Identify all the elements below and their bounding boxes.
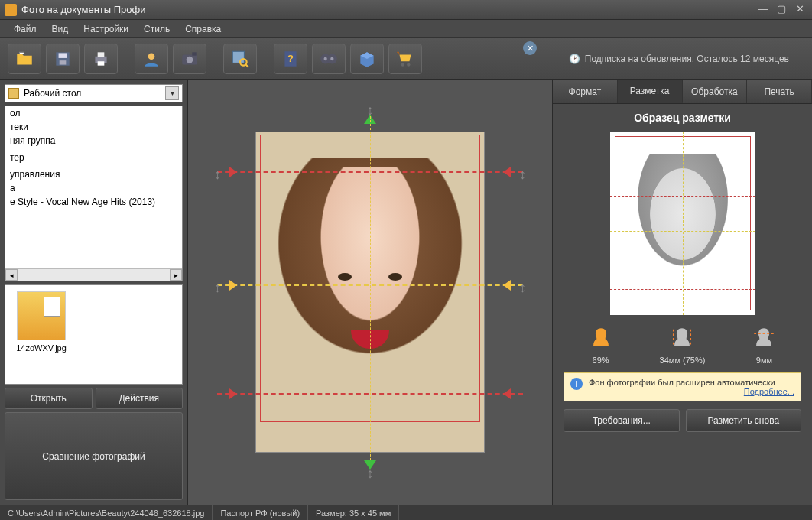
maximize-button[interactable]: ▢ — [774, 4, 789, 16]
info-text: Фон фотографии был расширен автоматическ… — [589, 378, 775, 387]
sample-preview — [610, 132, 755, 315]
svg-line-12 — [246, 64, 248, 67]
svg-rect-9 — [192, 52, 196, 55]
guide-handle-icon[interactable] — [229, 167, 237, 177]
list-item[interactable]: e Style - Vocal New Age Hits (2013) — [5, 195, 182, 209]
tab-processing[interactable]: Обработка — [683, 80, 748, 103]
sample-title: Образец разметки — [564, 112, 801, 124]
scroll-right-icon[interactable]: ▸ — [170, 269, 182, 281]
open-folder-button[interactable] — [8, 44, 41, 74]
photo-frame[interactable]: ↕ ↕ ↕ ↕ ↕ ↕ — [240, 116, 500, 468]
title-bar: Фото на документы Профи — ▢ ✕ — [0, 0, 812, 20]
tab-markup[interactable]: Разметка — [618, 80, 683, 103]
thumbnail-name: 14zoWXV.jpg — [11, 343, 71, 353]
vertical-guide[interactable] — [370, 116, 371, 468]
menu-file[interactable]: Файл — [6, 21, 44, 37]
thumbnail[interactable]: 14zoWXV.jpg — [11, 291, 71, 353]
camera-button[interactable] — [173, 44, 206, 74]
thumbnail-area: 14zoWXV.jpg — [5, 284, 183, 385]
left-panel: Рабочий стол ▾ ол теки няя группа тер уп… — [0, 80, 188, 505]
app-icon — [5, 4, 17, 16]
tab-format[interactable]: Формат — [553, 80, 618, 103]
list-item[interactable]: тер — [5, 151, 182, 164]
scroll-left-icon[interactable]: ◂ — [5, 269, 18, 281]
box-button[interactable] — [350, 44, 384, 74]
remark-button[interactable]: Разметить снова — [686, 409, 802, 432]
metric-head-ratio: 69% — [586, 323, 616, 365]
svg-point-6 — [148, 53, 155, 60]
menu-bar: Файл Вид Настройки Стиль Справка — [0, 20, 812, 38]
requirements-button[interactable]: Требования... — [564, 409, 680, 432]
resize-vertical-icon[interactable]: ↕ — [519, 167, 526, 183]
head-width-icon — [749, 323, 779, 353]
minimize-button[interactable]: — — [755, 4, 771, 16]
thumbnail-image — [17, 291, 66, 340]
svg-text:?: ? — [287, 53, 294, 64]
list-item[interactable]: управления — [5, 167, 182, 181]
image-search-button[interactable] — [223, 44, 257, 74]
close-button[interactable]: ✕ — [792, 4, 807, 16]
head-height-icon — [667, 323, 697, 353]
guide-handle-icon[interactable] — [229, 280, 237, 291]
status-path: C:\Users\Admin\Pictures\Beauty\244046_63… — [0, 505, 213, 520]
folder-icon — [8, 88, 19, 99]
center-panel: ↕ ↕ ↕ ↕ ↕ ↕ — [188, 80, 552, 505]
subscription-label: 🕑 Подписка на обновления: Осталось 12 ме… — [569, 54, 789, 64]
menu-help[interactable]: Справка — [177, 21, 229, 37]
resize-vertical-icon[interactable]: ↕ — [367, 466, 374, 482]
guide-handle-icon[interactable] — [503, 388, 511, 399]
directory-list[interactable]: ол теки няя группа тер управления а e St… — [5, 106, 183, 281]
svg-rect-10 — [232, 51, 244, 63]
folder-combo-label: Рабочий стол — [24, 88, 81, 99]
svg-point-18 — [330, 57, 333, 60]
list-item[interactable]: няя группа — [5, 134, 182, 148]
clock-icon: 🕑 — [569, 54, 580, 64]
resize-vertical-icon[interactable]: ↕ — [214, 280, 221, 296]
status-bar: C:\Users\Admin\Pictures\Beauty\244046_63… — [0, 505, 812, 520]
eye-guide[interactable] — [217, 284, 523, 286]
menu-settings[interactable]: Настройки — [76, 21, 136, 37]
guide-handle-icon[interactable] — [503, 167, 511, 177]
metric-head-height: 34мм (75%) — [660, 323, 706, 365]
banner-close-icon[interactable]: ✕ — [523, 41, 537, 55]
tab-bar: Формат Разметка Обработка Печать — [553, 80, 812, 104]
status-format: Паспорт РФ (новый) — [213, 505, 308, 520]
menu-view[interactable]: Вид — [44, 21, 76, 37]
list-item[interactable]: а — [5, 181, 182, 195]
svg-point-17 — [324, 57, 327, 60]
svg-rect-2 — [60, 60, 67, 64]
help-book-button[interactable]: ? — [274, 44, 307, 74]
tab-print[interactable]: Печать — [747, 80, 812, 103]
info-strip: i Фон фотографии был расширен автоматиче… — [564, 372, 801, 401]
top-guide[interactable] — [217, 171, 523, 173]
head-silhouette-icon — [586, 323, 616, 353]
horizontal-scrollbar[interactable]: ◂ ▸ — [5, 268, 182, 281]
list-item[interactable]: ол — [5, 106, 182, 120]
cart-button[interactable] — [388, 44, 422, 74]
profile-button[interactable] — [135, 44, 168, 74]
compare-button[interactable]: Сравнение фотографий — [5, 412, 183, 500]
actions-button[interactable]: Действия — [96, 388, 184, 409]
svg-point-20 — [407, 63, 410, 66]
menu-style[interactable]: Стиль — [136, 21, 177, 37]
scroll-track[interactable] — [18, 269, 170, 281]
toolbar: ? ✕ 🕑 Подписка на обновления: Осталось 1… — [0, 38, 812, 80]
chevron-down-icon[interactable]: ▾ — [165, 86, 179, 100]
print-button[interactable] — [84, 44, 118, 74]
video-button[interactable] — [312, 44, 346, 74]
folder-combo[interactable]: Рабочий стол ▾ — [5, 84, 183, 102]
chin-guide[interactable] — [217, 393, 523, 395]
svg-rect-4 — [98, 52, 105, 57]
resize-vertical-icon[interactable]: ↕ — [519, 280, 526, 296]
metrics-row: 69% 34мм (75%) 9мм — [564, 323, 801, 365]
resize-vertical-icon[interactable]: ↕ — [214, 167, 221, 183]
guide-handle-icon[interactable] — [229, 388, 237, 399]
list-item[interactable]: теки — [5, 120, 182, 134]
save-button[interactable] — [46, 44, 80, 74]
info-icon: i — [570, 378, 583, 390]
open-button[interactable]: Открыть — [5, 388, 93, 409]
info-more-link[interactable]: Подробнее... — [589, 387, 794, 396]
svg-point-8 — [187, 56, 193, 63]
guide-handle-icon[interactable] — [503, 280, 511, 291]
svg-rect-1 — [59, 53, 67, 58]
